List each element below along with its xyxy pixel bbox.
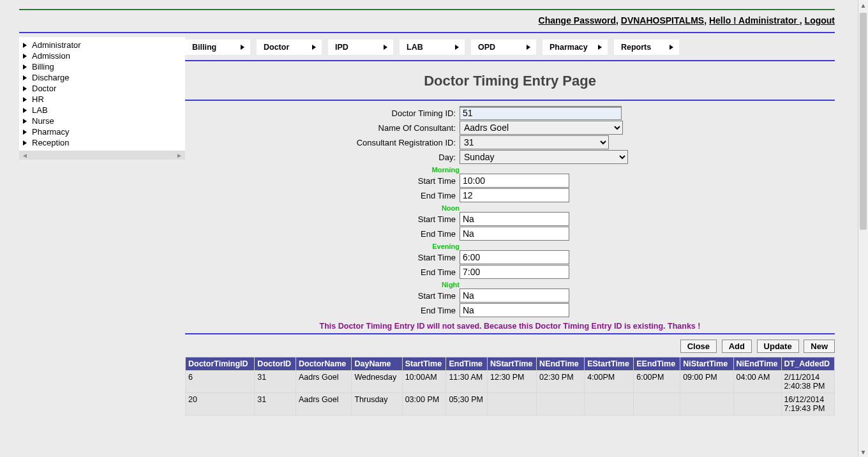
new-button[interactable]: New [804, 340, 835, 353]
table-cell: 31 [255, 393, 296, 416]
th-estarttime: EStartTime [585, 357, 634, 371]
th-niendtime: NiEndTime [733, 357, 781, 371]
change-password-link[interactable]: Change Password [539, 15, 616, 26]
vertical-scrollbar[interactable]: ▲ ▼ [858, 0, 868, 416]
day-select[interactable]: Sunday [460, 150, 628, 164]
consultant-reg-id-select[interactable]: 31 [460, 135, 609, 149]
greeting-link[interactable]: Hello ! Administrator [709, 15, 800, 26]
table-cell: 12:30 PM [488, 371, 537, 393]
th-dtaddedd: DT_AddedD [781, 357, 834, 371]
sidebar-item-hr[interactable]: HR [19, 94, 185, 105]
data-table: DoctorTimingID DoctorID DoctorName DayNa… [185, 357, 835, 416]
table-cell: 11:30 AM [446, 371, 488, 393]
logout-link[interactable]: Logout [805, 15, 835, 26]
morning-end-input[interactable] [460, 188, 569, 202]
sidebar-item-reception[interactable]: Reception [19, 137, 185, 148]
sidebar-item-nurse[interactable]: Nurse [19, 116, 185, 126]
table-cell: 16/12/2014 7:19:43 PM [781, 393, 834, 416]
sidebar-item-administrator[interactable]: Administrator [19, 40, 185, 50]
sidebar-item-lab[interactable]: LAB [19, 105, 185, 116]
brand-link[interactable]: DVNAHOSPITALMS [621, 15, 704, 26]
doctor-timing-id-field [460, 106, 622, 120]
evening-end-input[interactable] [460, 265, 569, 279]
top-menu: Billing Doctor IPD LAB OPD Pharmacy Repo… [185, 37, 835, 60]
table-cell: 03:00 PM [402, 393, 446, 416]
table-cell [733, 393, 781, 416]
section-morning: Morning [185, 165, 460, 174]
label-consultant-name: Name Of Consultant: [185, 123, 460, 133]
table-cell [585, 393, 634, 416]
caret-right-icon [312, 45, 316, 50]
section-night: Night [185, 280, 460, 288]
table-cell: Aadrs Goel [296, 371, 352, 393]
menu-ipd[interactable]: IPD [328, 40, 393, 55]
label-morning-end: End Time [185, 191, 460, 200]
table-cell: 04:00 AM [733, 371, 781, 393]
warning-message: This Doctor Timing Entry ID will not sav… [185, 318, 835, 333]
th-dayname: DayName [352, 357, 402, 371]
table-cell [488, 393, 537, 416]
table-row[interactable]: 2031Aadrs GoelThrusday03:00 PM05;30 PM16… [186, 393, 835, 416]
th-nstarttime: NStartTime [488, 357, 537, 371]
table-header-row: DoctorTimingID DoctorID DoctorName DayNa… [186, 357, 835, 371]
th-doctorname: DoctorName [296, 357, 352, 371]
table-cell [680, 393, 733, 416]
caret-right-icon [598, 45, 602, 50]
table-row[interactable]: 631Aadrs GoelWednesday10:00AM11:30 AM12:… [186, 371, 835, 393]
table-cell [634, 393, 680, 416]
table-cell: 20 [186, 393, 255, 416]
sidebar-item-doctor[interactable]: Doctor [19, 83, 185, 94]
table-cell: 10:00AM [402, 371, 446, 393]
evening-start-input[interactable] [460, 250, 569, 264]
add-button[interactable]: Add [722, 340, 752, 353]
table-cell: Aadrs Goel [296, 393, 352, 416]
label-morning-start: Start Time [185, 176, 460, 186]
noon-end-input[interactable] [460, 227, 569, 241]
header-links: Change Password, DVNAHOSPITALMS, Hello !… [19, 10, 835, 32]
menu-pharmacy[interactable]: Pharmacy [542, 40, 608, 55]
morning-start-input[interactable] [460, 174, 569, 188]
night-end-input[interactable] [460, 303, 569, 317]
menu-reports[interactable]: Reports [614, 40, 679, 55]
table-cell: 02:30 PM [537, 371, 585, 393]
sidebar-item-admission[interactable]: Admission [19, 50, 185, 61]
th-doctortimingid: DoctorTimingID [186, 357, 255, 371]
update-button[interactable]: Update [757, 340, 799, 353]
menu-billing[interactable]: Billing [185, 40, 250, 55]
menu-opd[interactable]: OPD [471, 40, 536, 55]
sidebar-item-discharge[interactable]: Discharge [19, 72, 185, 83]
caret-right-icon [241, 45, 244, 50]
th-doctorid: DoctorID [255, 357, 296, 371]
caret-right-icon [384, 45, 387, 50]
form: Doctor Timing ID: Name Of Consultant: Aa… [185, 101, 835, 317]
label-consultant-reg-id: Consultant Registration ID: [185, 138, 460, 147]
menu-doctor[interactable]: Doctor [257, 40, 322, 55]
noon-start-input[interactable] [460, 212, 569, 226]
action-buttons: Close Add Update New [185, 334, 835, 357]
sidebar-scroll-indicator: ◄ ► [19, 151, 185, 160]
sidebar: Administrator Admission Billing Discharg… [19, 37, 185, 151]
label-doctor-timing-id: Doctor Timing ID: [185, 109, 460, 118]
consultant-name-select[interactable]: Aadrs Goel [460, 121, 623, 135]
chevron-right-icon: ► [176, 152, 183, 159]
th-eendtime: EEndTime [634, 357, 680, 371]
close-button[interactable]: Close [680, 340, 717, 353]
table-cell: 4:00PM [585, 371, 634, 393]
label-night-end: End Time [185, 306, 460, 315]
section-evening: Evening [185, 241, 460, 250]
scroll-up-icon[interactable]: ▲ [858, 0, 868, 10]
menu-lab[interactable]: LAB [400, 40, 465, 55]
night-start-input[interactable] [460, 288, 569, 303]
table-cell: 09:00 PM [680, 371, 733, 393]
scroll-thumb[interactable] [860, 13, 867, 230]
label-noon-end: End Time [185, 229, 460, 239]
section-noon: Noon [185, 203, 460, 212]
sidebar-item-pharmacy[interactable]: Pharmacy [19, 126, 185, 137]
table-cell: Wednesday [352, 371, 402, 393]
th-nendtime: NEndTime [537, 357, 585, 371]
th-nistarttime: NiStartTime [680, 357, 733, 371]
caret-right-icon [670, 45, 673, 50]
table-cell: Thrusday [352, 393, 402, 416]
caret-right-icon [455, 45, 459, 50]
sidebar-item-billing[interactable]: Billing [19, 61, 185, 72]
